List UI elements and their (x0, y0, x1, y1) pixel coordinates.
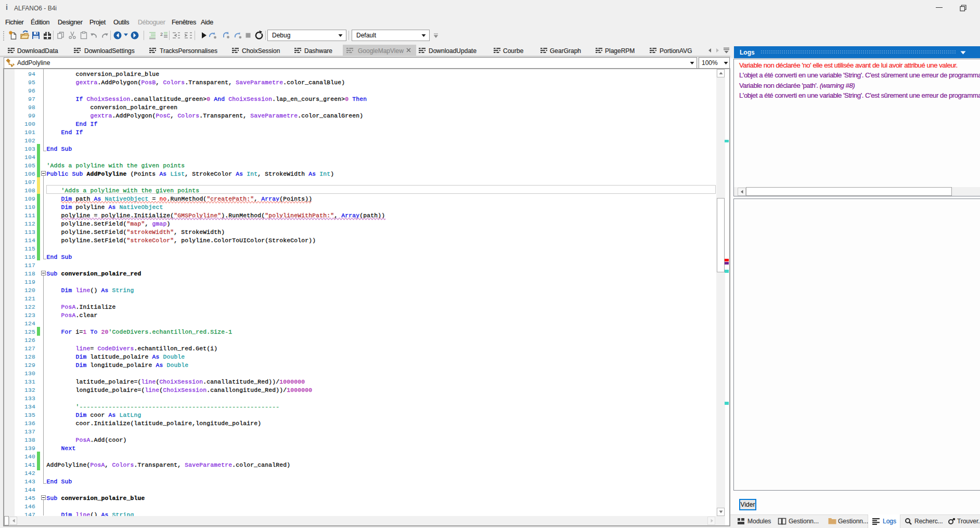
svg-text:2: 2 (160, 32, 163, 37)
